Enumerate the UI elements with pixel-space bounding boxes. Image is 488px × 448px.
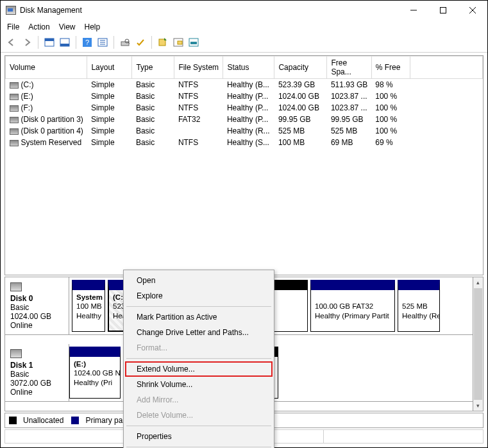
column-header[interactable]: Type [132,56,174,79]
settings-icon[interactable] [96,35,110,49]
svg-rect-1 [441,8,446,13]
volume-icon [10,128,19,135]
minimize-button[interactable] [399,1,428,20]
table-cell: (E:) [6,90,87,102]
volume-table: VolumeLayoutTypeFile SystemStatusCapacit… [5,56,483,148]
volume-icon [10,117,19,123]
action3-icon[interactable] [187,35,201,49]
partition-status: Healthy [76,311,101,320]
action1-icon[interactable] [156,35,170,49]
disk-header[interactable]: Disk 1Basic3072.00 GBOnline [5,344,69,401]
menu-view[interactable]: View [59,22,76,31]
table-row[interactable]: System ReservedSimpleBasicNTFSHealthy (S… [6,137,483,148]
menu-file[interactable]: File [7,22,19,31]
scroll-up-icon[interactable]: ▴ [473,277,483,288]
menu-help[interactable]: Help [85,22,101,31]
table-cell: Basic [132,79,174,91]
partition-title [402,293,435,302]
volume-list-pane: VolumeLayoutTypeFile SystemStatusCapacit… [4,55,484,275]
back-button[interactable] [4,35,19,49]
table-cell: 100 % [371,114,410,125]
table-row[interactable]: (F:)SimpleBasicNTFSHealthy (P...1024.00 … [6,102,483,114]
table-cell: Basic [132,125,174,137]
column-header[interactable]: Volume [6,56,87,79]
window-title: Disk Management [20,6,82,15]
scroll-thumb[interactable] [474,288,482,400]
context-menu[interactable]: OpenExploreMark Partition as ActiveChang… [123,270,274,448]
column-header[interactable]: Capacity [274,56,327,79]
partition-size: 100 MB [76,302,101,311]
column-header[interactable]: % Free [371,56,410,79]
maximize-button[interactable] [428,1,458,20]
menu-action[interactable]: Action [28,22,49,31]
action2-icon[interactable] [171,35,185,49]
column-header[interactable]: Layout [87,56,132,79]
table-cell: 99.95 GB [327,114,371,125]
partition-title: System [76,293,101,302]
partition-title: (E:) [74,359,116,368]
table-cell: 69 MB [327,137,371,148]
table-cell: 100 % [371,102,410,114]
table-cell: 98 % [371,79,410,91]
table-cell: 511.93 GB [327,79,371,91]
disk-name: Disk 0 [10,294,65,303]
table-cell [410,137,482,148]
help-icon[interactable]: ? [80,35,94,49]
table-row[interactable]: (Disk 0 partition 3)SimpleBasicFAT32Heal… [6,114,483,125]
table-cell: Simple [87,137,132,148]
svg-rect-14 [121,42,129,46]
context-menu-item[interactable]: Mark Partition as Active [125,309,273,325]
table-cell: 100 % [371,90,410,102]
context-menu-item[interactable]: Open [125,273,273,288]
table-cell: Simple [87,125,132,137]
table-cell: Simple [87,90,132,102]
layout-top-icon[interactable] [42,35,56,49]
partition-primary[interactable]: 100.00 GB FAT32Healthy (Primary Partit [310,280,395,332]
table-row[interactable]: (Disk 0 partition 4)SimpleBasicHealthy (… [6,125,483,137]
commit-icon[interactable] [133,35,147,49]
layout-bottom-icon[interactable] [58,35,72,49]
column-header[interactable]: File System [174,56,223,79]
table-cell [410,125,482,137]
volume-icon [10,94,19,100]
close-button[interactable] [458,1,487,20]
partition-primary[interactable]: 525 MBHealthy (Re [398,280,440,332]
context-menu-item: Add Mirror... [125,392,273,408]
partition-status: Healthy (Primary Partit [315,311,391,320]
disk-name: Disk 1 [10,361,65,370]
forward-button[interactable] [20,35,34,49]
table-cell [174,125,223,137]
disk-icon [10,282,22,291]
partition-primary[interactable]: System100 MBHealthy [72,280,105,332]
table-cell: 100 % [371,125,410,137]
column-header[interactable]: Status [223,56,274,79]
table-cell: 1023.87 ... [327,102,371,114]
table-cell: Healthy (P... [223,90,274,102]
context-menu-item[interactable]: Extend Volume... [125,361,273,377]
context-menu-separator [126,358,271,359]
column-header[interactable]: Free Spa... [327,56,371,79]
context-menu-item[interactable]: Properties [125,429,273,444]
rescan-icon[interactable] [118,35,132,49]
column-header-spacer [410,56,482,79]
partition-status: Healthy (Re [402,311,435,320]
context-menu-item[interactable]: Change Drive Letter and Paths... [125,325,273,340]
context-menu-item: Delete Volume... [125,408,273,423]
context-menu-separator [126,306,271,307]
scroll-down-icon[interactable]: ▾ [473,401,483,411]
vertical-scrollbar[interactable]: ▴ ▾ [473,277,484,411]
context-menu-item[interactable]: Explore [125,288,273,304]
table-row[interactable]: (C:)SimpleBasicNTFSHealthy (B...523.39 G… [6,79,483,91]
disk-size: 1024.00 GB [10,312,65,321]
context-menu-item[interactable]: Shrink Volume... [125,377,273,392]
table-row[interactable]: (E:)SimpleBasicNTFSHealthy (P...1024.00 … [6,90,483,102]
context-menu-separator [126,426,271,426]
table-cell: Basic [132,137,174,148]
context-menu-separator [126,447,271,447]
table-cell: 1024.00 GB [274,102,327,114]
app-icon [6,6,16,15]
table-cell: NTFS [174,137,223,148]
table-cell [410,79,482,91]
partition-primary[interactable]: (E:)1024.00 GB NTFSHealthy (Pri [69,347,121,399]
disk-header[interactable]: Disk 0Basic1024.00 GBOnline [5,277,69,334]
